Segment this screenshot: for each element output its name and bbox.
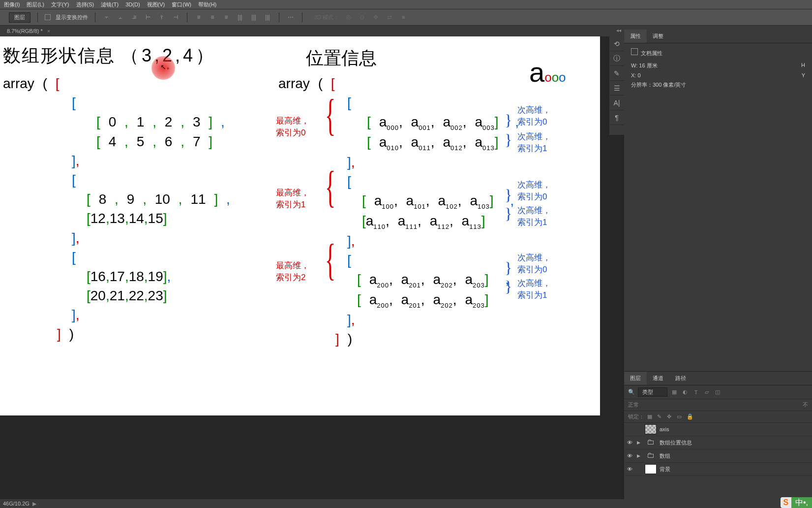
document-icon — [631, 48, 638, 55]
layer-background[interactable]: 👁 背景 — [624, 463, 812, 476]
layer-name: 数组 — [660, 452, 670, 460]
x-label: X: 0 — [631, 72, 661, 78]
tab-paths[interactable]: 路径 — [669, 372, 692, 385]
lock-brush-icon[interactable]: ✎ — [657, 413, 664, 420]
align-top-icon[interactable]: ⫟ — [102, 13, 111, 22]
status-text: 46G/10.2G — [3, 501, 30, 507]
dist-vcenter-icon[interactable]: ≡ — [208, 13, 217, 22]
layer-array-group[interactable]: 👁 ▶ 🗀 数组 — [624, 449, 812, 463]
align-hcenter-icon[interactable]: ⫯ — [157, 13, 166, 22]
tab-adjustments[interactable]: 调整 — [647, 30, 669, 43]
visibility-toggle-icon[interactable]: 👁 — [627, 440, 634, 445]
visibility-toggle-icon[interactable]: 👁 — [627, 453, 634, 459]
document-canvas[interactable]: 数组形状信息 （3,2,4） 位置信息 aooo array ( [ [ [ 0… — [0, 36, 600, 415]
show-transform-label: 显示变换控件 — [56, 14, 88, 21]
brace-blue-20: } — [505, 259, 512, 277]
menu-help[interactable]: 帮助(H) — [198, 1, 216, 8]
filter-type-icon[interactable]: T — [692, 388, 700, 396]
autoselect-dropdown[interactable]: 图层 — [9, 12, 30, 23]
brace-red-1: { — [325, 161, 336, 212]
lock-artboard-icon[interactable]: ▭ — [677, 413, 684, 420]
tab-layers[interactable]: 图层 — [624, 372, 647, 385]
menu-layer[interactable]: 图层(L) — [27, 1, 44, 8]
3d-roll-icon[interactable]: ⊙ — [358, 13, 366, 22]
filter-smart-icon[interactable]: ◫ — [714, 388, 722, 396]
right-toolstrip: ⟲ ⓘ ✎ ☰ A| ¶ — [609, 36, 624, 135]
status-arrow-icon[interactable]: ▶ — [32, 501, 36, 507]
dist-top-icon[interactable]: ≡ — [194, 13, 203, 22]
visibility-toggle-icon[interactable]: 👁 — [627, 466, 634, 472]
collapse-panels-icon[interactable]: ◂◂ — [616, 28, 623, 33]
character-icon[interactable]: A| — [609, 95, 624, 110]
canvas-area: 数组形状信息 （3,2,4） 位置信息 aooo array ( [ [ [ 0… — [0, 36, 624, 499]
ime-indicator[interactable]: S 中 •, — [781, 497, 812, 508]
a-subscript-legend: aooo — [529, 56, 566, 88]
blend-row: 正常 不 — [624, 399, 812, 411]
3d-slide-icon[interactable]: ⇄ — [385, 13, 394, 22]
menu-3d[interactable]: 3D(D) — [125, 1, 140, 7]
filter-adjust-icon[interactable]: ◐ — [681, 388, 689, 396]
layer-thumbnail — [645, 424, 657, 434]
blend-mode-dropdown[interactable]: 正常 — [628, 401, 639, 409]
layer-name: 数组位置信息 — [660, 439, 692, 446]
close-tab-icon[interactable]: × — [47, 28, 50, 34]
brush-icon[interactable]: ✎ — [609, 66, 624, 81]
menu-filter[interactable]: 滤镜(T) — [101, 1, 119, 8]
menu-view[interactable]: 视图(V) — [147, 1, 165, 8]
3d-orbit-icon[interactable]: ◎ — [344, 13, 353, 22]
tab-channels[interactable]: 通道 — [647, 372, 669, 385]
dist-hcenter-icon[interactable]: ||| — [249, 13, 258, 22]
align-right-icon[interactable]: ⊣ — [171, 13, 180, 22]
more-align-icon[interactable]: ⋯ — [286, 13, 295, 22]
info-icon[interactable]: ⓘ — [609, 51, 624, 66]
align-bottom-icon[interactable]: ⫡ — [130, 13, 139, 22]
brace-blue-10: } — [505, 186, 512, 204]
annot-second-21: 次高维，索引为1 — [517, 278, 551, 301]
3d-zoom-icon[interactable]: ■ — [399, 13, 408, 22]
menu-select[interactable]: 选择(S) — [76, 1, 94, 8]
lock-label: 锁定： — [628, 413, 644, 420]
brace-blue-21: } — [505, 278, 512, 296]
lock-all-icon[interactable]: 🔒 — [687, 413, 693, 420]
properties-tabs: 属性 调整 — [624, 30, 812, 43]
lock-position-icon[interactable]: ✥ — [667, 413, 674, 420]
expand-arrow-icon[interactable]: ▶ — [637, 440, 642, 445]
layer-name: 背景 — [660, 466, 670, 473]
dist-right-icon[interactable]: ||| — [263, 13, 272, 22]
history-icon[interactable]: ⟲ — [609, 36, 624, 51]
paragraph-icon[interactable]: ¶ — [609, 110, 624, 125]
annot-highest-0: 最高维，索引为0 — [276, 115, 309, 139]
y-label: Y — [802, 72, 805, 78]
brace-blue-01: } — [505, 131, 512, 149]
search-icon[interactable]: 🔍 — [628, 389, 635, 395]
folder-icon: 🗀 — [645, 451, 657, 461]
layer-position-group[interactable]: 👁 ▶ 🗀 数组位置信息 — [624, 436, 812, 449]
dist-left-icon[interactable]: ||| — [236, 13, 244, 22]
dist-bottom-icon[interactable]: ≡ — [222, 13, 231, 22]
lock-row: 锁定： ▦ ✎ ✥ ▭ 🔒 — [624, 411, 812, 423]
3d-pan-icon[interactable]: ✥ — [371, 13, 380, 22]
document-tab[interactable]: 8.7%(RGB/8) * × — [3, 27, 54, 35]
expand-arrow-icon[interactable]: ▶ — [637, 453, 642, 458]
layers-panel: 图层 通道 路径 🔍 类型 ▦ ◐ T ▱ ◫ 正常 不 锁定： ▦ ✎ ✥ ▭… — [624, 371, 812, 499]
height-label: H — [801, 62, 805, 69]
filter-shape-icon[interactable]: ▱ — [703, 388, 711, 396]
brace-red-0: { — [325, 90, 336, 140]
menu-image[interactable]: 图像(I) — [4, 1, 20, 8]
status-bar: 46G/10.2G ▶ — [0, 499, 812, 508]
annot-second-10: 次高维，索引为0 — [517, 179, 551, 203]
ime-s-badge: S — [781, 497, 791, 508]
menu-type[interactable]: 文字(Y) — [51, 1, 69, 8]
show-transform-checkbox[interactable] — [45, 14, 51, 20]
menu-window[interactable]: 窗口(W) — [172, 1, 191, 8]
document-content: 数组形状信息 （3,2,4） 位置信息 aooo array ( [ [ [ 0… — [0, 36, 600, 415]
filter-pixel-icon[interactable]: ▦ — [670, 388, 678, 396]
title-shape-info: 数组形状信息 （3,2,4） — [3, 44, 216, 68]
adjust-icon[interactable]: ☰ — [609, 81, 624, 95]
tab-properties[interactable]: 属性 — [624, 30, 647, 43]
align-vcenter-icon[interactable]: ⫠ — [116, 13, 125, 22]
filter-type-dropdown[interactable]: 类型 — [638, 387, 667, 397]
lock-pixels-icon[interactable]: ▦ — [647, 413, 654, 420]
layer-axis[interactable]: axis — [624, 423, 812, 436]
align-left-icon[interactable]: ⊢ — [144, 13, 152, 22]
